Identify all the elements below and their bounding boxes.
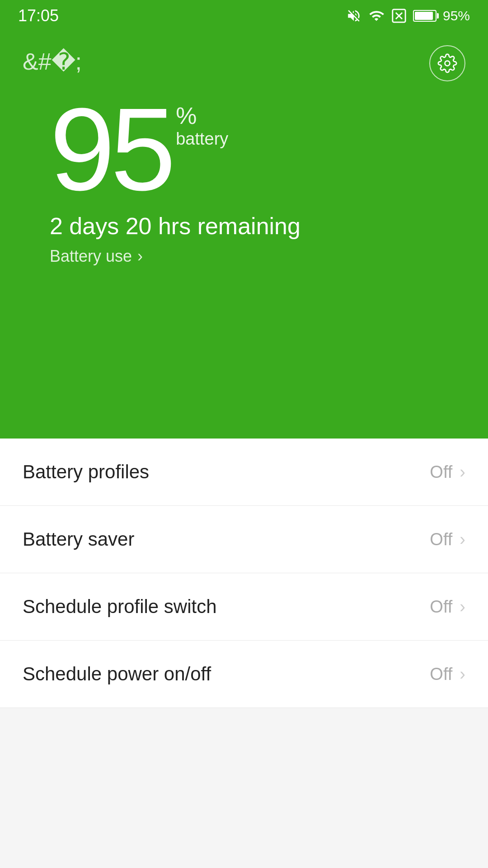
schedule-profile-value: Off [430, 597, 452, 617]
status-icons: 95% [346, 8, 470, 24]
status-time: 17:05 [18, 6, 59, 25]
settings-button[interactable] [429, 45, 465, 81]
battery-profiles-chevron-icon: › [460, 463, 465, 481]
battery-saver-item[interactable]: Battery saver Off › [0, 506, 488, 573]
schedule-profile-label: Schedule profile switch [23, 596, 217, 618]
remaining-time: 2 days 20 hrs remaining [50, 212, 465, 240]
battery-saver-value: Off [430, 530, 452, 549]
battery-percent-label: % battery [176, 104, 228, 149]
battery-saver-chevron-icon: › [460, 531, 465, 548]
battery-word-label: battery [176, 129, 228, 149]
svg-point-3 [445, 61, 450, 66]
battery-profiles-item[interactable]: Battery profiles Off › [0, 439, 488, 506]
wifi-icon [368, 8, 385, 24]
schedule-power-label: Schedule power on/off [23, 663, 211, 685]
battery-profiles-label: Battery profiles [23, 461, 149, 483]
schedule-power-value: Off [430, 665, 452, 684]
battery-profiles-right: Off › [430, 462, 465, 482]
mute-icon [346, 8, 361, 24]
battery-display: 95 % battery [50, 90, 465, 208]
back-button[interactable]: &#�; [23, 50, 82, 73]
schedule-profile-chevron-icon: › [460, 598, 465, 615]
battery-percent: 95% [443, 8, 470, 24]
percent-sign: % [176, 104, 228, 127]
battery-use-link[interactable]: Battery use › [50, 247, 465, 266]
schedule-profile-item[interactable]: Schedule profile switch Off › [0, 573, 488, 641]
battery-use-label: Battery use [50, 247, 132, 266]
status-bar: 17:05 95% [0, 0, 488, 32]
battery-use-chevron-icon: › [137, 248, 143, 264]
settings-list: Battery profiles Off › Battery saver Off… [0, 439, 488, 708]
green-header: &#�; 95 % battery 2 days 20 hrs remainin… [0, 32, 488, 439]
header-top-row: &#�; [23, 45, 465, 81]
battery-saver-label: Battery saver [23, 528, 134, 550]
battery-saver-right: Off › [430, 530, 465, 549]
schedule-power-item[interactable]: Schedule power on/off Off › [0, 641, 488, 708]
schedule-power-right: Off › [430, 665, 465, 684]
battery-profiles-value: Off [430, 462, 452, 482]
battery-icon [413, 10, 436, 22]
battery-number: 95 [50, 90, 171, 208]
gear-icon [437, 53, 457, 73]
close-icon [391, 8, 407, 24]
schedule-power-chevron-icon: › [460, 665, 465, 683]
schedule-profile-right: Off › [430, 597, 465, 617]
